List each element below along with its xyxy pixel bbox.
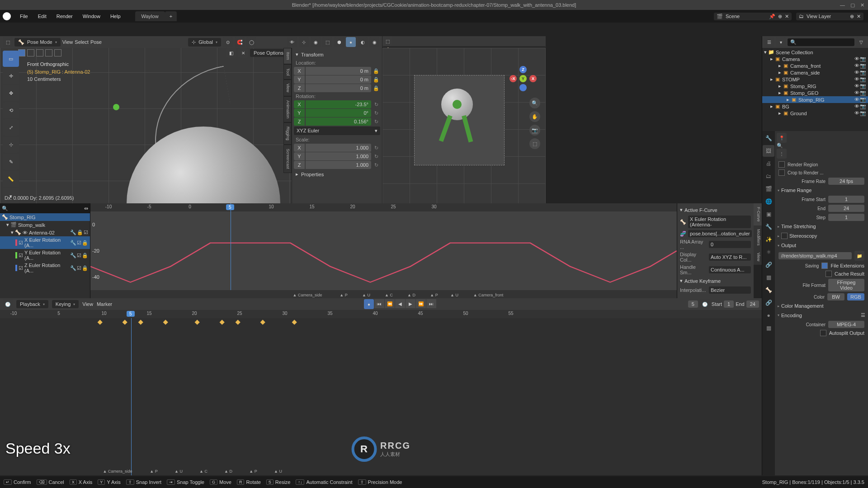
maximize-icon[interactable]: ▢: [850, 2, 855, 8]
perspective-icon[interactable]: ⬚: [529, 138, 540, 149]
keyframe[interactable]: [292, 320, 297, 325]
options-icon[interactable]: ⋮: [777, 149, 787, 159]
select-invert-icon[interactable]: [54, 49, 61, 56]
normalize-icon[interactable]: ⇔: [84, 206, 88, 211]
jump-start-icon[interactable]: ⏮: [374, 299, 384, 308]
lock-icon[interactable]: 🔒: [372, 85, 380, 91]
rot-x-field[interactable]: -23.5°: [306, 100, 371, 108]
keyframe[interactable]: [236, 320, 241, 325]
handle-smooth-field[interactable]: Continuous A...: [709, 266, 751, 273]
camera-icon[interactable]: 📷: [529, 125, 540, 136]
keyframe[interactable]: [220, 320, 225, 325]
editor-type-icon[interactable]: ⬚: [3, 37, 13, 47]
viewport-3d-right[interactable]: ⬚ 🦴 Pose Mode▾ View Select Pose Global▾ …: [382, 36, 546, 203]
autokey-icon[interactable]: ●: [364, 299, 374, 309]
keying-menu[interactable]: Keying▾: [52, 300, 79, 308]
tab-item[interactable]: Item: [283, 48, 292, 64]
tab-view[interactable]: View: [283, 80, 292, 96]
menu-file[interactable]: File: [15, 12, 33, 21]
link-icon[interactable]: ↻: [372, 154, 380, 160]
graph-canvas[interactable]: -10-5051015202530 0 -20 -40 5 ▲ Camera_s…: [90, 203, 677, 298]
filter-icon[interactable]: ▽: [856, 37, 866, 47]
jump-end-icon[interactable]: ⏭: [426, 299, 436, 308]
shading-rendered-icon[interactable]: ◉: [369, 37, 379, 47]
scene-input[interactable]: [726, 14, 766, 19]
tab-modifiers[interactable]: Modifiers: [754, 225, 762, 249]
link-icon[interactable]: ↻: [372, 145, 380, 151]
link-icon[interactable]: ↻: [372, 102, 380, 108]
select-menu[interactable]: Select: [75, 39, 89, 45]
cache-check[interactable]: [826, 271, 832, 277]
menu-window[interactable]: Window: [78, 12, 105, 21]
tool-cursor[interactable]: ✛: [3, 68, 19, 84]
link-icon[interactable]: ↻: [372, 162, 380, 168]
marker[interactable]: ▲ D: [224, 469, 232, 474]
frame-range-header[interactable]: Frame Range: [781, 188, 811, 193]
stereo-check[interactable]: [781, 233, 788, 239]
viewlayer-input[interactable]: [807, 14, 847, 19]
preview-range-icon[interactable]: 🕐: [700, 299, 710, 309]
mute-icon[interactable]: ☑: [84, 230, 88, 235]
tab-screencast[interactable]: Screencast: [283, 145, 292, 173]
marker-menu[interactable]: Marker: [97, 301, 112, 307]
time-stretch-header[interactable]: Time Stretching: [781, 224, 816, 229]
marker[interactable]: ▲ Camera_front: [473, 293, 503, 297]
frame-end-field[interactable]: 24: [828, 205, 864, 212]
frame-rate-field[interactable]: 24 fps: [828, 178, 864, 185]
frame-start-field[interactable]: 1: [828, 196, 864, 203]
tool-select[interactable]: ▭: [3, 51, 19, 67]
viewport-3d-left[interactable]: ⬚ 🦴 Pose Mode▾ View Select Pose ⊹ Global…: [0, 36, 382, 203]
output-header[interactable]: Output: [781, 243, 796, 248]
file-ext-check[interactable]: [821, 263, 828, 269]
marker[interactable]: ▲ C: [199, 469, 208, 474]
tab-fcurve[interactable]: F-Curve: [754, 203, 762, 225]
folder-icon[interactable]: 📁: [854, 251, 864, 261]
scl-x-field[interactable]: 1.000: [306, 144, 371, 152]
pivot-icon[interactable]: ⊙: [223, 37, 233, 47]
tab-tool[interactable]: Tool: [283, 64, 292, 80]
keyframe[interactable]: [260, 320, 265, 325]
gizmo-z-neg[interactable]: [519, 84, 527, 91]
rot-y-field[interactable]: 0°: [306, 109, 371, 117]
outliner-item[interactable]: ▸▣Ground👁📷: [762, 110, 868, 117]
ptab-scene[interactable]: 🎬: [763, 183, 774, 195]
ptab-object[interactable]: ▣: [763, 208, 774, 220]
snap-icon[interactable]: 🧲: [235, 37, 245, 47]
ptab-render[interactable]: 🖼: [763, 145, 774, 157]
crop-check[interactable]: [778, 169, 785, 176]
rna-index-field[interactable]: 0: [709, 241, 751, 248]
gizmo-x-neg[interactable]: -X: [509, 75, 517, 82]
close-icon[interactable]: ✕: [860, 2, 864, 8]
stereo-header[interactable]: Stereoscopy: [789, 233, 817, 239]
marker[interactable]: ▲ Camera_side: [103, 469, 132, 474]
rot-z-field[interactable]: 0.156°: [306, 117, 371, 126]
wrench-icon[interactable]: 🔧: [70, 230, 76, 235]
play-icon[interactable]: ▶: [406, 299, 415, 308]
blender-logo-icon[interactable]: [3, 12, 11, 20]
render-region-check[interactable]: [778, 161, 785, 168]
playhead-badge[interactable]: 5: [127, 311, 135, 317]
outliner-item[interactable]: ▸▣Camera_side👁📷: [762, 69, 868, 76]
ptab-world[interactable]: 🌐: [763, 196, 774, 207]
marker[interactable]: ▲ P: [340, 293, 347, 297]
outliner-display-icon[interactable]: ▾: [776, 37, 786, 47]
outliner-item[interactable]: ▸▣Stomp_GEO👁📷: [762, 89, 868, 96]
lock-icon[interactable]: 🔒: [372, 77, 380, 83]
lock-icon[interactable]: 🔒: [372, 68, 380, 74]
outliner-type-icon[interactable]: ☰: [764, 37, 774, 47]
scene-pin-icon[interactable]: 📌: [769, 14, 775, 19]
scene-new-icon[interactable]: ⊕: [778, 14, 782, 19]
menu-help[interactable]: Help: [106, 12, 125, 21]
scl-y-field[interactable]: 1.000: [306, 152, 371, 160]
ptab-tool[interactable]: 🔧: [763, 132, 774, 144]
play-rev-icon[interactable]: ◀: [395, 299, 405, 308]
marker[interactable]: ▲ U: [175, 469, 183, 474]
eye-icon[interactable]: 👁: [23, 230, 28, 235]
viewlayer-delete-icon[interactable]: ✕: [857, 14, 861, 19]
shading-matprev-icon[interactable]: ◐: [358, 37, 368, 47]
pan-icon[interactable]: ✋: [529, 111, 540, 122]
color-mgmt-header[interactable]: Color Management: [781, 303, 824, 309]
view-menu[interactable]: View: [82, 301, 93, 307]
shading-solid-icon[interactable]: ●: [346, 37, 356, 47]
keyframe[interactable]: [138, 320, 143, 325]
